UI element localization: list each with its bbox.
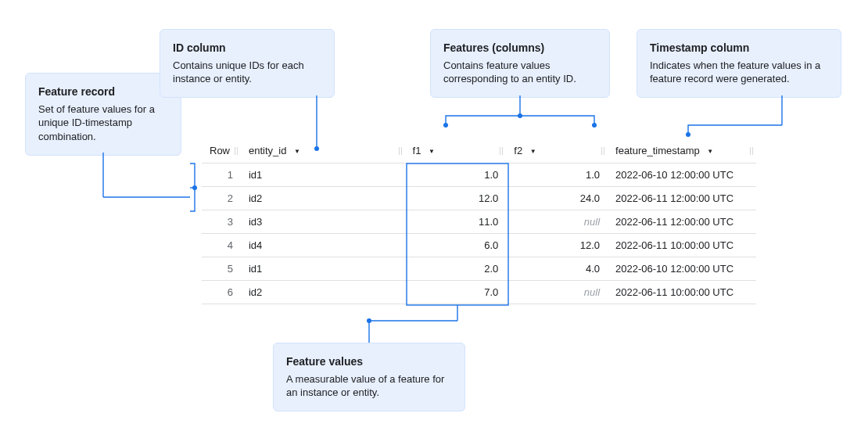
cell-timestamp: 2022-06-11 10:00:00 UTC: [608, 280, 756, 304]
cell-row-number: 5: [202, 257, 241, 280]
cell-entity-id: id2: [241, 186, 405, 210]
cell-row-number: 4: [202, 233, 241, 257]
callout-title: Features (columns): [443, 41, 597, 56]
col-header-f1[interactable]: f1: [405, 139, 507, 163]
cell-f2: 1.0: [506, 163, 608, 186]
cell-f2: 12.0: [506, 233, 608, 257]
callout-desc: Contains unique IDs for each instance or…: [173, 59, 321, 86]
col-header-entity-id[interactable]: entity_id: [241, 139, 405, 163]
cell-entity-id: id1: [241, 257, 405, 280]
cell-f1: 7.0: [405, 280, 507, 304]
cell-f1: 1.0: [405, 163, 507, 186]
callout-title: Feature record: [38, 84, 168, 99]
column-resizer[interactable]: [748, 144, 755, 158]
col-header-timestamp[interactable]: feature_timestamp: [608, 139, 756, 163]
table-header-row: Row entity_id f1 f2 feature_timestamp: [202, 139, 756, 163]
cell-entity-id: id2: [241, 280, 405, 304]
svg-point-10: [686, 132, 690, 137]
col-header-label: f1: [413, 145, 421, 156]
callout-desc: Indicates when the feature values in a f…: [650, 59, 828, 86]
col-header-label: f2: [514, 145, 522, 156]
cell-f1: 2.0: [405, 257, 507, 280]
cell-entity-id: id1: [241, 163, 405, 186]
table-row: 5id12.04.02022-06-10 12:00:00 UTC: [202, 257, 756, 280]
cell-row-number: 1: [202, 163, 241, 186]
col-header-label: feature_timestamp: [615, 145, 700, 156]
cell-timestamp: 2022-06-11 10:00:00 UTC: [608, 233, 756, 257]
cell-f2: null: [506, 280, 608, 304]
cell-f1: 6.0: [405, 233, 507, 257]
column-resizer[interactable]: [233, 144, 239, 158]
cell-timestamp: 2022-06-11 12:00:00 UTC: [608, 186, 756, 210]
svg-point-6: [443, 123, 448, 128]
col-header-f2[interactable]: f2: [506, 139, 608, 163]
table-body: 1id11.01.02022-06-10 12:00:00 UTC2id212.…: [202, 163, 756, 304]
col-header-row[interactable]: Row: [202, 139, 241, 163]
cell-f1: 11.0: [405, 210, 507, 233]
cell-row-number: 3: [202, 210, 241, 233]
cell-timestamp: 2022-06-10 12:00:00 UTC: [608, 163, 756, 186]
callout-feature-record: Feature record Set of feature values for…: [25, 73, 181, 156]
table-row: 6id27.0null2022-06-11 10:00:00 UTC: [202, 280, 756, 304]
svg-point-8: [518, 113, 522, 118]
svg-point-7: [592, 123, 597, 128]
cell-f2: 24.0: [506, 186, 608, 210]
table-row: 2id212.024.02022-06-11 12:00:00 UTC: [202, 186, 756, 210]
svg-point-13: [367, 318, 371, 323]
callout-title: Timestamp column: [650, 41, 828, 56]
callout-desc: Contains feature values corresponding to…: [443, 59, 597, 86]
cell-row-number: 2: [202, 186, 241, 210]
col-header-label: Row: [210, 145, 230, 156]
column-resizer[interactable]: [498, 144, 504, 158]
cell-row-number: 6: [202, 280, 241, 304]
callout-desc: A measurable value of a feature for an i…: [286, 372, 452, 400]
table-row: 1id11.01.02022-06-10 12:00:00 UTC: [202, 163, 756, 186]
svg-point-2: [192, 185, 197, 190]
table-row: 3id311.0null2022-06-11 12:00:00 UTC: [202, 210, 756, 233]
cell-f1: 12.0: [405, 186, 507, 210]
cell-timestamp: 2022-06-10 12:00:00 UTC: [608, 257, 756, 280]
null-value: null: [584, 216, 600, 228]
callout-timestamp: Timestamp column Indicates when the feat…: [637, 29, 841, 98]
cell-f2: null: [506, 210, 608, 233]
null-value: null: [584, 286, 600, 298]
table-row: 4id46.012.02022-06-11 10:00:00 UTC: [202, 233, 756, 257]
callout-title: ID column: [173, 41, 321, 56]
cell-entity-id: id3: [241, 210, 405, 233]
column-resizer[interactable]: [397, 144, 404, 158]
cell-entity-id: id4: [241, 233, 405, 257]
callout-id-column: ID column Contains unique IDs for each i…: [160, 29, 335, 98]
callout-features: Features (columns) Contains feature valu…: [430, 29, 610, 98]
column-resizer[interactable]: [600, 144, 606, 158]
callout-title: Feature values: [286, 354, 452, 369]
callout-feature-values: Feature values A measurable value of a f…: [273, 343, 465, 411]
cell-f2: 4.0: [506, 257, 608, 280]
cell-timestamp: 2022-06-11 12:00:00 UTC: [608, 210, 756, 233]
feature-table: Row entity_id f1 f2 feature_timestamp 1i…: [202, 139, 756, 304]
col-header-label: entity_id: [249, 145, 286, 156]
callout-desc: Set of feature values for a unique ID-ti…: [38, 102, 168, 144]
